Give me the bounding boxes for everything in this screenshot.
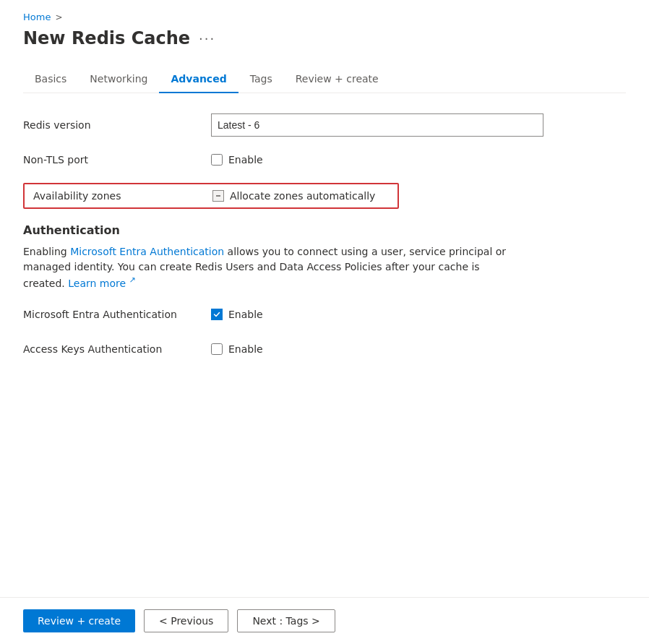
availability-zones-allocate-label: Allocate zones automatically bbox=[230, 190, 375, 202]
tab-networking[interactable]: Networking bbox=[78, 66, 159, 93]
external-link-icon: ↗ bbox=[129, 275, 136, 285]
tab-review-create[interactable]: Review + create bbox=[284, 66, 390, 93]
microsoft-entra-control: Enable bbox=[211, 309, 572, 320]
page-title: New Redis Cache bbox=[23, 28, 190, 48]
breadcrumb-home-link[interactable]: Home bbox=[23, 12, 51, 22]
access-keys-checkbox[interactable] bbox=[211, 343, 223, 355]
availability-zones-label: Availability zones bbox=[33, 190, 207, 202]
tab-bar: Basics Networking Advanced Tags Review +… bbox=[23, 66, 626, 93]
access-keys-label: Access Keys Authentication bbox=[23, 343, 211, 355]
footer: Review + create < Previous Next : Tags > bbox=[0, 598, 649, 644]
authentication-heading: Authentication bbox=[23, 223, 572, 237]
microsoft-entra-auth-link[interactable]: Microsoft Entra Authentication bbox=[70, 246, 224, 257]
availability-zones-checkbox[interactable] bbox=[212, 190, 224, 202]
breadcrumb-separator: > bbox=[55, 12, 62, 22]
tab-basics[interactable]: Basics bbox=[23, 66, 78, 93]
non-tls-port-checkbox[interactable] bbox=[211, 154, 223, 166]
auth-description-text: Enabling Microsoft Entra Authentication … bbox=[23, 246, 506, 289]
access-keys-row: Access Keys Authentication Enable bbox=[23, 338, 572, 361]
previous-button[interactable]: < Previous bbox=[144, 609, 228, 632]
non-tls-port-control: Enable bbox=[211, 154, 572, 166]
redis-version-row: Redis version bbox=[23, 113, 572, 137]
review-create-button[interactable]: Review + create bbox=[23, 609, 135, 632]
more-options-icon[interactable]: ··· bbox=[199, 31, 215, 46]
next-button[interactable]: Next : Tags > bbox=[237, 609, 335, 632]
availability-zones-control: Allocate zones automatically bbox=[212, 190, 375, 202]
microsoft-entra-label: Microsoft Entra Authentication bbox=[23, 309, 211, 320]
access-keys-enable-label: Enable bbox=[228, 343, 263, 355]
access-keys-control: Enable bbox=[211, 343, 572, 355]
microsoft-entra-enable-label: Enable bbox=[228, 309, 263, 320]
breadcrumb: Home > bbox=[23, 12, 626, 22]
learn-more-link[interactable]: Learn more ↗ bbox=[68, 278, 136, 289]
microsoft-entra-row: Microsoft Entra Authentication Enable bbox=[23, 303, 572, 326]
non-tls-port-enable-label: Enable bbox=[228, 154, 263, 166]
advanced-form: Redis version Non-TLS port Enable A bbox=[23, 113, 572, 361]
non-tls-port-row: Non-TLS port Enable bbox=[23, 148, 572, 171]
tab-advanced[interactable]: Advanced bbox=[159, 66, 238, 93]
non-tls-port-label: Non-TLS port bbox=[23, 154, 211, 166]
authentication-description: Enabling Microsoft Entra Authentication … bbox=[23, 244, 515, 291]
redis-version-input[interactable] bbox=[211, 113, 543, 137]
redis-version-label: Redis version bbox=[23, 119, 211, 131]
tab-tags[interactable]: Tags bbox=[238, 66, 284, 93]
microsoft-entra-checkbox[interactable] bbox=[211, 309, 223, 320]
availability-zones-row: Availability zones Allocate zones automa… bbox=[23, 183, 572, 209]
redis-version-control bbox=[211, 113, 572, 137]
